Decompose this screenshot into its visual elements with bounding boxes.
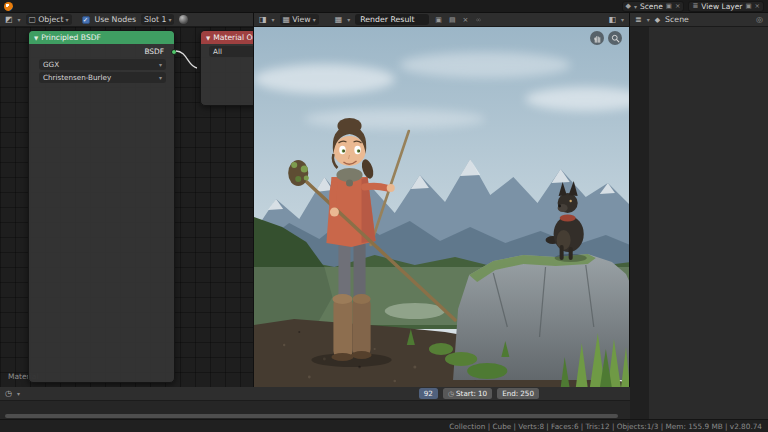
properties-breadcrumb: Scene bbox=[665, 15, 689, 24]
image-mode-label: View bbox=[292, 15, 311, 24]
image-name: Render Result bbox=[360, 15, 414, 24]
start-label: Start: bbox=[456, 389, 476, 398]
material-preview-icon[interactable] bbox=[179, 15, 188, 24]
image-mode-dropdown[interactable]: ▦ View ▾ bbox=[280, 14, 319, 25]
preview-range-clock-icon[interactable]: ◷ bbox=[448, 390, 454, 398]
render-result-image bbox=[254, 27, 630, 387]
current-frame-value: 92 bbox=[424, 389, 433, 398]
slot-label: Slot 1 bbox=[144, 15, 166, 24]
properties-editor-type-icon[interactable]: ≣ bbox=[635, 15, 642, 24]
frame-end-field[interactable]: End: 250 bbox=[497, 388, 539, 399]
chevron-down-icon: ▾ bbox=[159, 61, 162, 68]
blender-window: ◆ ▾ Scene ▣ × ≣ View Layer ▣ × ◩▾ ▢ Obje… bbox=[0, 0, 768, 432]
chevron-down-icon: ▾ bbox=[621, 16, 624, 23]
material-output-node[interactable]: ▼ Material Out All bbox=[200, 30, 253, 106]
blender-logo-icon[interactable] bbox=[4, 2, 13, 11]
view-layer-icon: ≣ bbox=[692, 2, 698, 10]
use-nodes-label: Use Nodes bbox=[95, 15, 136, 24]
timeline-editor-type-icon[interactable]: ◷ bbox=[5, 389, 12, 398]
chevron-down-icon: ▾ bbox=[647, 16, 650, 23]
scene-stats: Collection | Cube | Verts:8 | Faces:6 | … bbox=[449, 422, 762, 431]
chevron-down-icon: ▾ bbox=[18, 16, 21, 23]
slot-dropdown[interactable]: Slot 1 ▾ bbox=[141, 14, 174, 25]
frame-start-field[interactable]: ◷ Start: 10 bbox=[443, 388, 492, 399]
node-header[interactable]: ▼ Material Out bbox=[201, 31, 253, 44]
view-layer-selector[interactable]: ≣ View Layer ▣ × bbox=[688, 1, 764, 12]
chevron-down-icon: ▾ bbox=[17, 390, 20, 397]
scene-name: Scene bbox=[640, 2, 663, 11]
topbar: ◆ ▾ Scene ▣ × ≣ View Layer ▣ × bbox=[0, 0, 768, 13]
subsurface-method-dropdown[interactable]: Christensen-Burley▾ bbox=[39, 72, 166, 83]
topbar-right: ◆ ▾ Scene ▣ × ≣ View Layer ▣ × bbox=[622, 1, 764, 12]
remove-view-layer-button[interactable]: × bbox=[755, 2, 760, 10]
chevron-down-icon: ▾ bbox=[347, 16, 350, 23]
browse-image-icon[interactable]: ▦ bbox=[335, 15, 343, 24]
link-icon: ∞ bbox=[474, 16, 482, 24]
image-editor: ◨▾ ▦ View ▾ ▦▾ Render Result ▣ ▤ × ∞ ◧▾ bbox=[254, 13, 630, 387]
distribution-dropdown[interactable]: GGX▾ bbox=[39, 59, 166, 70]
distribution-value: GGX bbox=[43, 60, 59, 69]
timeline-scrollbar[interactable] bbox=[5, 414, 618, 418]
open-image-button[interactable]: ▤ bbox=[448, 16, 457, 24]
use-nodes-checkbox[interactable]: ✓ bbox=[82, 16, 90, 24]
chevron-down-icon: ▾ bbox=[159, 74, 162, 81]
bsdf-output-row: BSDF bbox=[39, 46, 166, 57]
zoom-magnifier-icon[interactable] bbox=[608, 31, 622, 45]
render-result-view[interactable] bbox=[254, 27, 629, 387]
chevron-down-icon: ▾ bbox=[168, 16, 171, 23]
node-title: Principled BSDF bbox=[41, 33, 101, 42]
browse-scene-icon: ◆ bbox=[626, 2, 631, 10]
output-target-dropdown[interactable]: All bbox=[209, 46, 253, 57]
shader-type-label: Object bbox=[38, 15, 63, 24]
bsdf-output-socket[interactable] bbox=[171, 49, 177, 55]
chevron-down-icon: ▾ bbox=[66, 16, 69, 23]
node-body: BSDF GGX▾ Christensen-Burley▾ bbox=[29, 44, 174, 90]
timeline-ruler[interactable] bbox=[0, 401, 630, 419]
output-target-value: All bbox=[213, 47, 222, 56]
subsurface-method-value: Christensen-Burley bbox=[43, 73, 111, 82]
image-editor-type-icon[interactable]: ◨ bbox=[259, 15, 267, 24]
new-view-layer-button[interactable]: ▣ bbox=[745, 2, 751, 10]
properties-body bbox=[649, 27, 768, 419]
view-layer-name: View Layer bbox=[701, 2, 742, 11]
status-bar: Collection | Cube | Verts:8 | Faces:6 | … bbox=[0, 419, 768, 432]
image-editor-header: ◨▾ ▦ View ▾ ▦▾ Render Result ▣ ▤ × ∞ ◧▾ bbox=[254, 13, 629, 27]
scene-selector[interactable]: ◆ ▾ Scene ▣ × bbox=[622, 1, 685, 12]
new-scene-button[interactable]: ▣ bbox=[666, 2, 672, 10]
chevron-down-icon: ▾ bbox=[313, 16, 316, 23]
chevron-down-icon: ▾ bbox=[272, 16, 275, 23]
node-header[interactable]: ▼ Principled BSDF bbox=[29, 31, 174, 44]
image-icon: ▦ bbox=[283, 15, 291, 24]
new-image-button[interactable]: ▣ bbox=[434, 16, 443, 24]
chevron-down-icon: ▾ bbox=[634, 3, 637, 10]
end-value: 250 bbox=[520, 389, 534, 398]
start-value: 10 bbox=[478, 389, 487, 398]
timeline-editor: ◷▾ 92 ◷ Start: 10 End: 250 bbox=[0, 387, 630, 419]
properties-tabs bbox=[630, 27, 649, 419]
unlink-image-button[interactable]: × bbox=[462, 16, 470, 24]
principled-bsdf-node[interactable]: ▼ Principled BSDF BSDF GGX▾ Christensen-… bbox=[28, 30, 175, 383]
bsdf-output-label: BSDF bbox=[39, 47, 166, 56]
node-canvas[interactable]: ▼ Principled BSDF BSDF GGX▾ Christensen-… bbox=[0, 27, 253, 387]
node-body: All bbox=[201, 44, 253, 61]
shader-editor-type-icon[interactable]: ◩ bbox=[5, 15, 13, 24]
unlink-scene-button[interactable]: × bbox=[675, 2, 680, 10]
object-icon: ▢ bbox=[29, 15, 37, 24]
end-label: End: bbox=[502, 389, 518, 398]
collapse-icon[interactable]: ▼ bbox=[206, 35, 210, 41]
current-frame-field[interactable]: 92 bbox=[419, 388, 438, 399]
properties-editor: ≣▾ ◆ Scene ◎ bbox=[630, 13, 768, 419]
shader-editor-header: ◩▾ ▢ Object ▾ ✓ Use Nodes Slot 1 ▾ bbox=[0, 13, 253, 27]
scene-icon: ◆ bbox=[655, 16, 660, 24]
image-name-field[interactable]: Render Result bbox=[355, 14, 429, 25]
properties-header: ≣▾ ◆ Scene ◎ bbox=[630, 13, 768, 27]
pan-hand-icon[interactable] bbox=[590, 31, 604, 45]
timeline-header: ◷▾ 92 ◷ Start: 10 End: 250 bbox=[0, 387, 630, 401]
collapse-icon[interactable]: ▼ bbox=[34, 35, 38, 41]
display-channels-icon[interactable]: ◧ bbox=[608, 15, 616, 24]
pin-icon[interactable]: ◎ bbox=[756, 15, 763, 24]
shader-type-dropdown[interactable]: ▢ Object ▾ bbox=[26, 14, 72, 25]
shader-editor: ◩▾ ▢ Object ▾ ✓ Use Nodes Slot 1 ▾ ▼ bbox=[0, 13, 254, 387]
node-title: Material Out bbox=[213, 33, 253, 42]
